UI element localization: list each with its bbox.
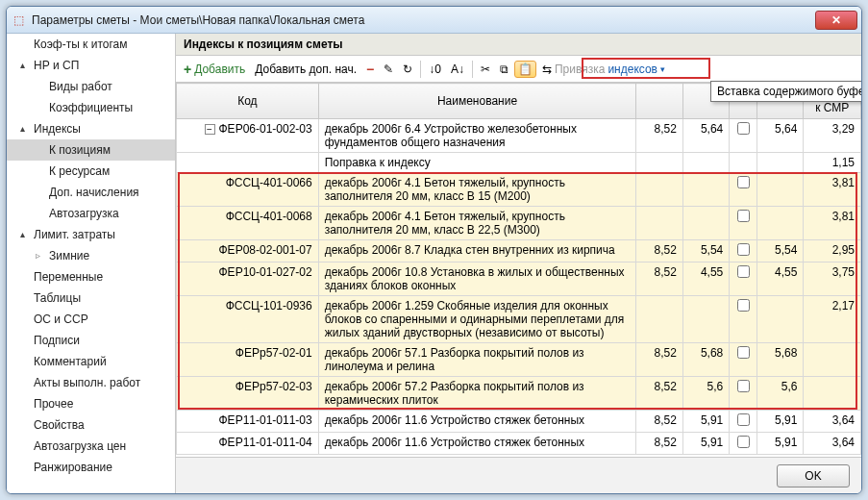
link-button[interactable]: ⇆ Привязка индексов ▾ — [538, 61, 669, 78]
sort-asc-button[interactable]: ↓0 — [425, 61, 445, 78]
col-v1[interactable] — [636, 84, 682, 119]
sidebar-label: Переменные — [34, 270, 103, 284]
row-checkbox[interactable] — [737, 176, 750, 188]
sidebar-item[interactable]: Прочее — [7, 393, 175, 414]
table-row[interactable]: ФЕР11-01-011-04декабрь 2006г 11.6 Устрой… — [177, 433, 861, 455]
sidebar-label: Автозагрузка — [49, 207, 119, 220]
table-row[interactable]: ФЕР08-02-001-07декабрь 2006г 8.7 Кладка … — [177, 240, 861, 262]
edit-button[interactable]: ✎ — [380, 61, 397, 78]
cell-v2: 5,68 — [682, 343, 729, 377]
cell-code — [177, 153, 319, 173]
sidebar-label: НР и СП — [34, 59, 79, 72]
sidebar-label: ОС и ССР — [34, 312, 88, 326]
sidebar-item[interactable]: Свойства — [7, 414, 175, 436]
sidebar-item[interactable]: Подписи — [7, 330, 175, 351]
sort-az-button[interactable]: A↓ — [447, 61, 468, 78]
sidebar-item[interactable]: Автозагрузка — [7, 203, 175, 224]
sidebar-item[interactable]: Комментарий — [7, 351, 175, 372]
sidebar-item[interactable]: Доп. начисления — [7, 182, 175, 203]
cell-v3: 5,91 — [756, 411, 803, 433]
table-row[interactable]: −ФЕР06-01-002-03декабрь 2006г 6.4 Устрой… — [177, 119, 861, 153]
row-checkbox[interactable] — [737, 413, 750, 426]
col-name[interactable]: Наименование — [318, 84, 636, 119]
add-button[interactable]: +Добавить — [180, 60, 249, 79]
sidebar-item[interactable]: Коэф-ты к итогам — [7, 34, 175, 55]
cell-name: декабрь 2006г 57.1 Разборка покрытий пол… — [318, 343, 636, 377]
cell-v1: 8,52 — [636, 240, 682, 262]
table-row[interactable]: ФССЦ-101-0936декабрь 2006г 1.259 Скобяны… — [177, 296, 861, 343]
cell-code: −ФЕР06-01-002-03 — [177, 119, 319, 153]
ok-button[interactable]: OK — [777, 464, 850, 488]
sidebar-label: К позициям — [49, 143, 111, 157]
cell-name: декабрь 2006г 6.4 Устройство железобетон… — [318, 119, 636, 153]
cell-code: ФЕРр57-02-01 — [177, 343, 319, 377]
sidebar-item[interactable]: Ранжирование — [7, 457, 175, 478]
table-row[interactable]: ФЕРр57-02-01декабрь 2006г 57.1 Разборка … — [177, 343, 861, 377]
link-icon: ⇆ — [542, 62, 552, 76]
table-row[interactable]: ФЕРр57-02-03декабрь 2006г 57.2 Разборка … — [177, 377, 861, 411]
expander-icon[interactable]: − — [205, 124, 215, 135]
paste-button[interactable]: 📋 — [514, 61, 536, 78]
cell-v4: 3,29 — [804, 119, 861, 153]
table-row[interactable]: ФЕР10-01-027-02декабрь 2006г 10.8 Устано… — [177, 262, 861, 296]
sidebar-item[interactable]: Таблицы — [7, 288, 175, 309]
row-checkbox[interactable] — [737, 436, 750, 448]
arrow-icon: ▴ — [20, 123, 25, 134]
table-row[interactable]: Поправка к индексу1,15 — [177, 153, 861, 173]
sidebar-item[interactable]: ▴Индексы — [7, 118, 175, 139]
panel-title: Индексы к позициям сметы — [176, 34, 861, 56]
col-code[interactable]: Код — [177, 84, 319, 119]
table-row[interactable]: ФССЦ-401-0066декабрь 2006г 4.1 Бетон тяж… — [177, 173, 861, 207]
footer: OK — [176, 457, 861, 493]
row-checkbox[interactable] — [737, 346, 750, 359]
cell-name: декабрь 2006г 1.259 Скобяные изделия для… — [318, 296, 636, 343]
sidebar-item[interactable]: Коэффициенты — [7, 97, 175, 118]
add-extra-button[interactable]: Добавить доп. нач. — [251, 61, 360, 78]
table-row[interactable]: ФЕР11-01-011-03декабрь 2006г 11.6 Устрой… — [177, 411, 861, 433]
remove-button[interactable]: − — [362, 60, 378, 79]
sidebar-item[interactable]: ▹Зимние — [7, 245, 175, 266]
row-checkbox[interactable] — [737, 122, 750, 135]
cell-code: ФЕР08-02-001-07 — [177, 240, 319, 262]
copy-button[interactable]: ⧉ — [496, 61, 512, 78]
cell-v2 — [682, 173, 729, 207]
row-checkbox[interactable] — [737, 243, 750, 256]
row-checkbox[interactable] — [737, 380, 750, 392]
sidebar-item[interactable]: ▴Лимит. затраты — [7, 224, 175, 245]
sidebar-label: Коэффициенты — [49, 101, 133, 114]
sidebar-item[interactable]: Переменные — [7, 266, 175, 288]
cell-name: Поправка к индексу — [318, 153, 636, 173]
copy-icon: ⧉ — [500, 62, 508, 76]
minus-icon: − — [366, 62, 374, 77]
sidebar-label: Лимит. затраты — [34, 228, 115, 241]
sidebar-item[interactable]: К позициям — [7, 139, 175, 161]
row-checkbox[interactable] — [737, 299, 750, 312]
sidebar: Коэф-ты к итогам▴НР и СПВиды работКоэффи… — [7, 34, 176, 493]
row-checkbox[interactable] — [737, 265, 750, 278]
window-body: Коэф-ты к итогам▴НР и СПВиды работКоэффи… — [7, 34, 861, 493]
sidebar-item[interactable]: ▴НР и СП — [7, 55, 175, 76]
cell-code: ФЕР11-01-011-04 — [177, 433, 319, 455]
cell-v4: 3,75 — [804, 262, 861, 296]
cell-v2: 5,6 — [682, 377, 729, 411]
cut-button[interactable]: ✂ — [477, 61, 494, 78]
cell-code: ФЕР10-01-027-02 — [177, 262, 319, 296]
refresh-button[interactable]: ↻ — [399, 61, 416, 78]
sidebar-label: Акты выполн. работ — [34, 376, 140, 389]
close-button[interactable]: ✕ — [815, 11, 857, 30]
cell-chk — [730, 262, 757, 296]
table-row[interactable]: ФССЦ-401-0068декабрь 2006г 4.1 Бетон тяж… — [177, 207, 861, 240]
sidebar-item[interactable]: К ресурсам — [7, 161, 175, 182]
tooltip: Вставка содержимого буфера обмена (Ctrl+… — [710, 81, 861, 102]
cell-code: ФССЦ-101-0936 — [177, 296, 319, 343]
sidebar-item[interactable]: ОС и ССР — [7, 309, 175, 330]
cell-name: декабрь 2006г 11.6 Устройство стяжек бет… — [318, 411, 636, 433]
cell-v2: 5,64 — [682, 119, 729, 153]
sidebar-item[interactable]: Акты выполн. работ — [7, 372, 175, 393]
sidebar-item[interactable]: Автозагрузка цен — [7, 436, 175, 457]
cell-v1: 8,52 — [636, 433, 682, 455]
sidebar-item[interactable]: Виды работ — [7, 76, 175, 97]
sort-asc-icon: ↓0 — [429, 62, 441, 76]
cell-v2: 5,91 — [682, 433, 729, 455]
row-checkbox[interactable] — [737, 210, 750, 222]
